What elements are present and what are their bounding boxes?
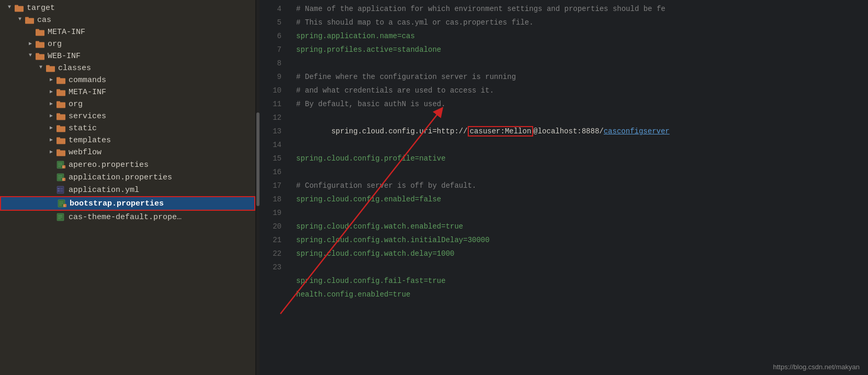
tree-arrow-meta-inf-2 <box>47 88 55 97</box>
tree-item-cas-theme[interactable]: cas-theme-default.prope… <box>0 211 255 223</box>
svg-rect-15 <box>57 89 60 92</box>
tree-label-bootstrap: bootstrap.properties <box>70 199 164 208</box>
code-line-5: # This should map to a cas.yml or cas.pr… <box>296 16 868 29</box>
code-line-22: spring.cloud.config.fail-fast=true <box>296 274 868 288</box>
folder-icon-cas <box>25 16 35 24</box>
tree-item-meta-inf-2[interactable]: META-INF <box>0 86 255 98</box>
tree-item-web-inf[interactable]: WEB-INF <box>0 50 255 62</box>
file-icon-application-prop: i <box>57 173 66 182</box>
tree-arrow-webflow <box>47 149 55 157</box>
folder-icon-target <box>15 4 24 12</box>
tree-item-services[interactable]: services <box>0 110 255 122</box>
tree-label-org-1: org <box>48 40 62 49</box>
code-line-12: spring.cloud.config.uri=http://casuser:M… <box>296 111 868 152</box>
tree-item-webflow[interactable]: webflow <box>0 146 255 158</box>
tree-item-application-prop[interactable]: i application.properties <box>0 171 255 184</box>
code-line-18: spring.cloud.config.watch.enabled=true <box>296 220 868 233</box>
code-line-23: health.config.enabled=true <box>296 288 868 301</box>
tree-item-bootstrap[interactable]: i bootstrap.properties <box>0 196 255 211</box>
tree-label-application-yml: application.yml <box>69 186 139 195</box>
svg-rect-3 <box>25 17 29 19</box>
code-line-17 <box>296 206 868 220</box>
tree-item-org-2[interactable]: org <box>0 98 255 110</box>
tree-arrow-target <box>5 4 14 13</box>
tree-arrow-cas <box>16 16 24 25</box>
folder-icon-org-2 <box>57 100 66 108</box>
svg-rect-9 <box>36 53 39 55</box>
tree-item-classes[interactable]: classes <box>0 62 255 74</box>
file-icon-application-yml <box>57 185 66 195</box>
folder-icon-meta-inf-2 <box>57 88 66 96</box>
folder-icon-commands <box>57 76 66 84</box>
tree-item-apereo[interactable]: i apereo.properties <box>0 158 255 171</box>
tree-label-apereo: apereo.properties <box>69 161 149 169</box>
code-line-19: spring.cloud.config.watch.initialDelay=3… <box>296 233 868 247</box>
svg-rect-13 <box>57 77 60 79</box>
code-line-20: spring.cloud.config.watch.delay=1000 <box>296 247 868 260</box>
svg-rect-1 <box>15 5 18 7</box>
tree-arrow-org-1 <box>26 40 35 49</box>
svg-rect-7 <box>36 41 39 43</box>
file-icon-apereo: i <box>57 160 66 169</box>
code-area: 4 5 6 7 8 9 10 11 12 13 14 15 16 17 18 1… <box>260 0 868 375</box>
folder-icon-meta-inf-1 <box>36 28 45 36</box>
tree-item-meta-inf-1[interactable]: META-INF <box>0 26 255 38</box>
tree-label-meta-inf-1: META-INF <box>48 28 85 37</box>
svg-rect-23 <box>57 138 60 140</box>
tree-item-target[interactable]: target <box>0 2 255 14</box>
tree-label-application-prop: application.properties <box>69 173 172 182</box>
tree-label-web-inf: WEB-INF <box>48 52 81 61</box>
code-line-21 <box>296 260 868 274</box>
tree-item-application-yml[interactable]: application.yml <box>0 184 255 196</box>
tree-arrow-static <box>47 124 55 133</box>
tree-arrow-classes <box>37 64 45 73</box>
svg-rect-40 <box>58 190 60 191</box>
tree-arrow-commands <box>47 76 55 85</box>
code-content: # Name of the application for which envi… <box>286 2 868 375</box>
svg-rect-19 <box>57 113 60 116</box>
svg-rect-11 <box>46 65 50 67</box>
tree-label-cas: cas <box>37 16 51 25</box>
tree-label-webflow: webflow <box>69 148 102 157</box>
tree-item-templates[interactable]: templates <box>0 134 255 146</box>
code-line-15: # Configuration server is off by default… <box>296 179 868 192</box>
svg-text:i: i <box>63 178 63 181</box>
tree-item-commands[interactable]: commands <box>0 74 255 86</box>
folder-icon-services <box>57 112 66 120</box>
tree-label-org-2: org <box>69 100 83 109</box>
svg-rect-39 <box>58 188 60 189</box>
file-icon-cas-theme <box>57 212 66 222</box>
folder-icon-org-1 <box>36 40 45 48</box>
code-line-6: spring.application.name=cas <box>296 29 868 43</box>
tree-label-classes: classes <box>58 64 91 73</box>
tree-label-templates: templates <box>69 136 111 145</box>
code-line-7: spring.profiles.active=standalone <box>296 43 868 56</box>
code-line-13: spring.cloud.config.profile=native <box>296 152 868 165</box>
svg-rect-38 <box>57 186 64 194</box>
tree-arrow-web-inf <box>26 52 35 61</box>
tree-item-cas[interactable]: cas <box>0 14 255 26</box>
code-line-11: # By default, basic authN is used. <box>296 97 868 111</box>
folder-icon-static <box>57 124 66 132</box>
svg-rect-25 <box>57 150 60 152</box>
folder-icon-web-inf <box>36 52 45 60</box>
tree-item-static[interactable]: static <box>0 122 255 134</box>
tree-label-cas-theme: cas-theme-default.prope… <box>69 213 182 222</box>
svg-text:i: i <box>63 165 63 168</box>
folder-icon-webflow <box>57 149 66 156</box>
bottom-url: https://blog.csdn.net/makyan <box>773 363 860 371</box>
svg-rect-17 <box>57 101 60 104</box>
svg-rect-5 <box>36 29 39 31</box>
tree-arrow-org-2 <box>47 100 55 109</box>
folder-icon-templates <box>57 137 66 144</box>
code-line-8 <box>296 56 868 70</box>
svg-rect-21 <box>57 126 60 128</box>
file-tree[interactable]: target cas META-INF org WEB- <box>0 0 256 375</box>
tree-label-commands: commands <box>69 76 106 85</box>
tree-label-services: services <box>69 112 106 121</box>
svg-text:i: i <box>64 204 64 207</box>
tree-item-org-1[interactable]: org <box>0 38 255 50</box>
tree-label-meta-inf-2: META-INF <box>69 88 106 97</box>
code-line-10: # and what credentials are used to acces… <box>296 84 868 97</box>
code-line-9: # Define where the configuration server … <box>296 70 868 84</box>
